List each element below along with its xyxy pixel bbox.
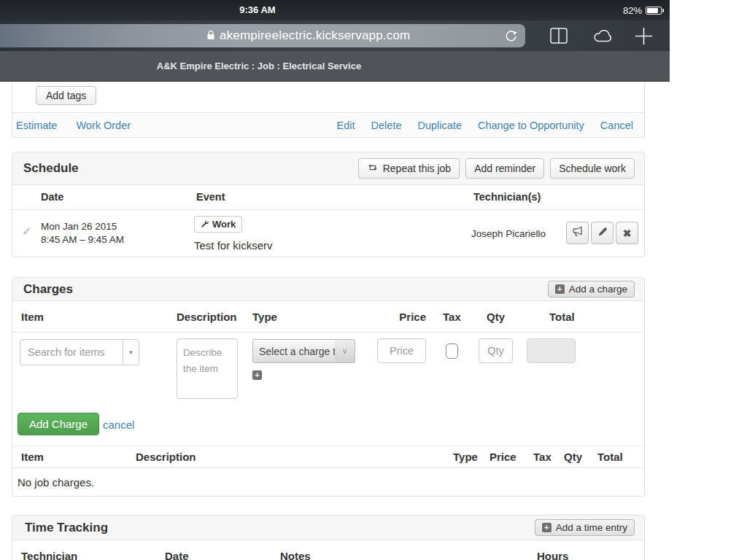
- total-field: [527, 338, 576, 363]
- work-order-link[interactable]: Work Order: [76, 120, 131, 131]
- status-bar: 9:36 AM 82%: [0, 0, 670, 20]
- duplicate-link[interactable]: Duplicate: [418, 120, 462, 131]
- col-price: Price: [398, 311, 426, 323]
- col-date: Date: [41, 191, 63, 203]
- battery-indicator: 82%: [623, 0, 664, 20]
- col-event: Event: [196, 191, 225, 203]
- combobox-arrow-icon[interactable]: ▼: [123, 340, 139, 365]
- schedule-row: ✓ Mon Jan 26 2015 8:45 AM – 9:45 AM Work…: [12, 210, 644, 257]
- safari-toolbar: akempireelectric.kickservapp.com: [0, 20, 670, 51]
- page-title: A&K Empire Electric : Job : Electrical S…: [0, 51, 518, 82]
- change-to-opportunity-link[interactable]: Change to Opportunity: [478, 120, 584, 131]
- plus-square-icon: +: [555, 284, 565, 294]
- col-notes: Notes: [280, 550, 311, 560]
- price-input[interactable]: [377, 338, 426, 363]
- edit-link[interactable]: Edit: [337, 120, 355, 131]
- col-item: Item: [21, 311, 44, 323]
- charge-list-column-headers: Item Description Type Price Tax Qty Tota…: [12, 446, 644, 467]
- plus-square-icon-2: +: [542, 523, 551, 532]
- cancel-job-link[interactable]: Cancel: [600, 120, 633, 131]
- select-chevron-icon: ∨: [335, 340, 355, 362]
- notify-button[interactable]: [566, 222, 589, 244]
- lock-icon: [206, 30, 215, 44]
- col-item-2: Item: [21, 451, 44, 463]
- screen: 9:36 AM 82% akempireelectric.kickservapp…: [0, 0, 747, 560]
- event-time-range: 8:45 AM – 9:45 AM: [41, 233, 124, 246]
- description-textarea[interactable]: [177, 338, 238, 399]
- new-charge-form: ▼ Select a charge ty ∨ + Add Charge canc…: [12, 332, 644, 446]
- complete-checkmark-icon[interactable]: ✓: [22, 225, 31, 238]
- col-description-2: Description: [136, 451, 196, 463]
- schedule-title: Schedule: [12, 161, 79, 176]
- col-price-2: Price: [489, 451, 516, 463]
- schedule-card: Schedule Repeat this job Add reminder Sc…: [12, 152, 645, 257]
- megaphone-icon: [572, 226, 584, 240]
- add-charge-submit-button[interactable]: Add Charge: [18, 413, 99, 435]
- schedule-work-button[interactable]: Schedule work: [550, 158, 635, 179]
- col-description: Description: [177, 311, 237, 323]
- document-actions-bar: Estimate Work Order Edit Delete Duplicat…: [12, 112, 644, 137]
- charge-type-select[interactable]: Select a charge ty ∨: [252, 339, 355, 363]
- new-tab-icon[interactable]: [634, 20, 654, 51]
- page-title-bar: A&K Empire Electric : Job : Electrical S…: [0, 51, 670, 82]
- charges-header: Charges + Add a charge: [12, 278, 644, 301]
- charge-form-column-headers: Item Description Type Price Tax Qty Tota…: [12, 301, 644, 332]
- charge-type-selected-value: Select a charge ty: [253, 346, 335, 357]
- time-tracking-title: Time Tracking: [12, 521, 108, 535]
- battery-percent-label: 82%: [623, 5, 642, 16]
- url-text: akempireelectric.kickservapp.com: [220, 24, 410, 47]
- repeat-this-job-button[interactable]: Repeat this job: [358, 158, 460, 179]
- delete-event-button[interactable]: ✖: [616, 222, 638, 244]
- col-total: Total: [549, 311, 575, 323]
- battery-icon-nub: [662, 9, 664, 12]
- schedule-column-headers: Date Event Technician(s): [12, 185, 644, 210]
- add-a-time-entry-button[interactable]: + Add a time entry: [535, 519, 635, 536]
- time-tracking-column-headers: Technician Date Notes Hours: [12, 540, 644, 560]
- edit-event-button[interactable]: [591, 222, 614, 244]
- technician-name: Joseph Picariello: [471, 228, 546, 239]
- clock: 9:36 AM: [0, 0, 515, 20]
- col-tt-date: Date: [165, 550, 189, 560]
- add-reminder-button[interactable]: Add reminder: [465, 158, 544, 179]
- battery-icon: [646, 7, 662, 15]
- qty-input[interactable]: [479, 338, 513, 363]
- add-charge-type-button[interactable]: +: [252, 370, 262, 380]
- event-date: Mon Jan 26 2015: [41, 220, 124, 233]
- estimate-link[interactable]: Estimate: [16, 120, 57, 131]
- col-tax: Tax: [443, 311, 461, 323]
- event-description: Test for kickserv: [194, 239, 273, 252]
- item-combobox: ▼: [20, 339, 139, 365]
- col-technicians: Technician(s): [473, 191, 541, 203]
- browser-chrome: 9:36 AM 82% akempireelectric.kickservapp…: [0, 0, 670, 82]
- no-charges-text: No job charges.: [12, 476, 94, 489]
- tax-checkbox[interactable]: [446, 343, 458, 359]
- work-badge: Work: [194, 216, 242, 233]
- col-technician: Technician: [21, 550, 77, 560]
- col-qty: Qty: [487, 311, 505, 323]
- col-type: Type: [252, 311, 277, 323]
- col-hours: Hours: [537, 550, 568, 560]
- col-total-2: Total: [597, 451, 623, 463]
- charges-title: Charges: [12, 282, 73, 297]
- icloud-tabs-icon[interactable]: [591, 20, 615, 51]
- charges-empty-row: No job charges.: [12, 467, 644, 497]
- x-icon: ✖: [623, 228, 632, 239]
- wrench-icon: [201, 219, 209, 230]
- bookmarks-icon[interactable]: [549, 20, 568, 51]
- schedule-header: Schedule Repeat this job Add reminder Sc…: [12, 152, 644, 185]
- pencil-icon: [597, 227, 608, 240]
- address-bar[interactable]: akempireelectric.kickservapp.com: [0, 24, 525, 47]
- reload-icon[interactable]: [504, 29, 518, 43]
- job-summary-card: Add tags Estimate Work Order Edit Delete…: [12, 82, 645, 138]
- charges-card: Charges + Add a charge Item Description …: [12, 277, 645, 497]
- time-tracking-card: Time Tracking + Add a time entry Technic…: [12, 515, 645, 560]
- time-tracking-header: Time Tracking + Add a time entry: [12, 516, 644, 540]
- col-qty-2: Qty: [564, 451, 582, 463]
- delete-link[interactable]: Delete: [371, 120, 402, 131]
- col-tax-2: Tax: [533, 451, 551, 463]
- item-search-input[interactable]: [20, 339, 139, 365]
- add-a-charge-button[interactable]: + Add a charge: [548, 281, 635, 298]
- cancel-charge-link[interactable]: cancel: [103, 419, 134, 431]
- add-tags-button[interactable]: Add tags: [36, 86, 96, 105]
- repeat-icon: [367, 163, 379, 174]
